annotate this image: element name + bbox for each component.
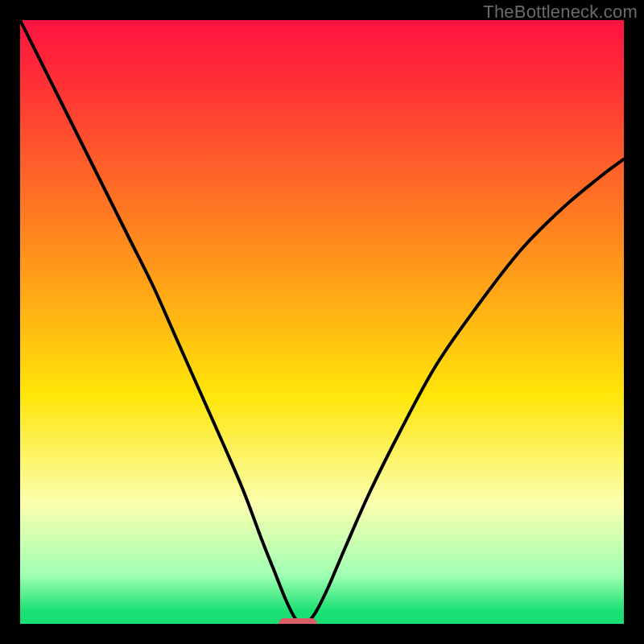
right-curve	[307, 159, 624, 625]
watermark-text: TheBottleneck.com	[483, 2, 638, 23]
chart-frame: TheBottleneck.com	[0, 0, 644, 644]
left-curve	[20, 20, 301, 624]
plot-area	[20, 20, 624, 624]
bottleneck-marker	[279, 618, 317, 624]
curve-layer	[20, 20, 624, 624]
